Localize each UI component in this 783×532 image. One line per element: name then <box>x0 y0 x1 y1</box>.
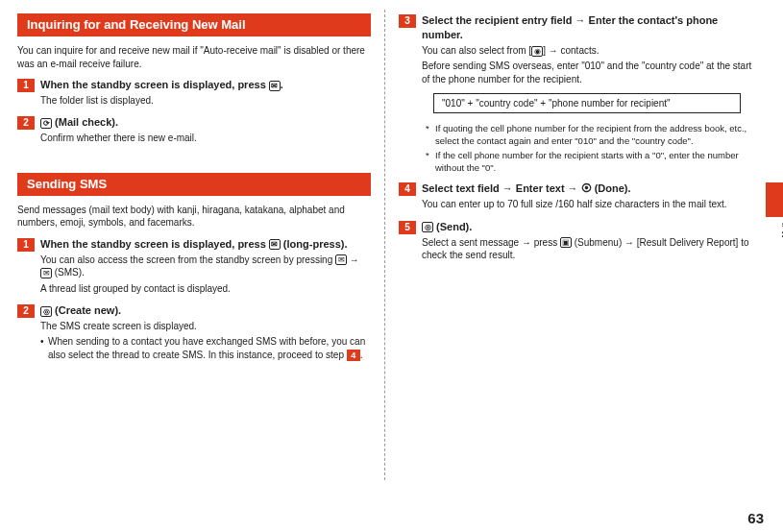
step-body: When the standby screen is displayed, pr… <box>40 78 371 109</box>
bullet-text-part: . <box>360 350 363 360</box>
note-2: * If the cell phone number for the recip… <box>426 150 752 175</box>
note-text: If the cell phone number for the recipie… <box>435 150 752 175</box>
page-content: Inquiring for and Receiving New Mail You… <box>0 0 783 532</box>
step-desc: The SMS create screen is displayed. <box>40 320 371 333</box>
step-title: ◎ (Create new). <box>40 303 371 318</box>
step-desc: Confirm whether there is new e-mail. <box>40 132 371 145</box>
mail-icon: ✉ <box>269 239 281 250</box>
bullet-dot: • <box>40 335 48 361</box>
section-intro: Send messages (mail text body) with kanj… <box>17 204 371 230</box>
step-title: Select the recipient entry field → Enter… <box>422 13 752 42</box>
step-body: ◎ (Create new). The SMS create screen is… <box>40 303 371 361</box>
step-ref-4: 4 <box>347 350 360 361</box>
step-desc: Before sending SMS overseas, enter "010"… <box>422 60 752 85</box>
step-title: Select text field → Enter text → ⦿ (Done… <box>422 181 752 196</box>
mail-icon: ✉ <box>40 268 52 278</box>
step-4-sms: 4 Select text field → Enter text → ⦿ (Do… <box>399 181 752 213</box>
formula-box: "010" + "country code" + "phone number f… <box>433 93 741 113</box>
arrow-text: → <box>347 254 359 265</box>
step-title-text: (Send). <box>433 221 472 232</box>
step-desc-text: You can also select from [ <box>422 45 531 56</box>
step-title-text: . <box>281 79 283 90</box>
bullet-text: When sending to a contact you have excha… <box>48 335 371 361</box>
step-number: 5 <box>399 221 416 234</box>
step-number: 2 <box>17 304 35 318</box>
step-title-text: (Mail check). <box>52 116 118 128</box>
step-desc-text: Select a sent message → press <box>422 237 560 248</box>
step-desc-text: You can also access the screen from the … <box>40 254 335 265</box>
step-5-sms: 5 ◎ (Send). Select a sent message → pres… <box>399 220 752 265</box>
step-desc: You can enter up to 70 full size /160 ha… <box>422 198 752 211</box>
mail-icon: ✉ <box>269 81 281 91</box>
step-3-sms: 3 Select the recipient entry field → Ent… <box>399 13 752 176</box>
step-desc: You can also select from [◉] → contacts. <box>422 44 752 58</box>
step-title: When the standby screen is displayed, pr… <box>40 78 371 92</box>
step-title-text: (long-press). <box>281 238 348 250</box>
step-title: When the standby screen is displayed, pr… <box>40 237 371 252</box>
section-header-inquiring: Inquiring for and Receiving New Mail <box>17 13 371 36</box>
step-title-text: (Create new). <box>52 304 121 316</box>
page-number: 63 <box>747 510 764 526</box>
step-body: ⟳ (Mail check). Confirm whether there is… <box>40 115 371 147</box>
step-title-text: When the standby screen is displayed, pr… <box>40 79 269 90</box>
send-icon: ◎ <box>422 222 433 232</box>
step-number: 4 <box>399 182 416 196</box>
step-bullet: • When sending to a contact you have exc… <box>40 335 371 361</box>
step-title: ⟳ (Mail check). <box>40 115 371 130</box>
submenu-icon: ▣ <box>560 237 572 248</box>
step-number: 2 <box>17 116 35 130</box>
step-title-text: When the standby screen is displayed, pr… <box>40 238 269 250</box>
step-title: ◎ (Send). <box>422 220 752 234</box>
step-number: 1 <box>17 238 35 252</box>
contacts-icon: ◉ <box>531 46 543 57</box>
camera-icon: ◎ <box>40 306 52 317</box>
section-intro: You can inquire for and receive new mail… <box>17 44 371 70</box>
step-2-inquiring: 2 ⟳ (Mail check). Confirm whether there … <box>17 115 371 147</box>
step-1-inquiring: 1 When the standby screen is displayed, … <box>17 78 371 109</box>
step-2-sms: 2 ◎ (Create new). The SMS create screen … <box>17 303 371 361</box>
step-body: Select the recipient entry field → Enter… <box>422 13 752 176</box>
step-number: 3 <box>399 14 416 28</box>
step-desc: The folder list is displayed. <box>40 94 371 108</box>
note-text: If quoting the cell phone number for the… <box>435 123 752 148</box>
refresh-icon: ⟳ <box>40 118 52 129</box>
step-desc-text: ] → contacts. <box>543 45 599 56</box>
step-desc-text: (SMS). <box>52 267 85 278</box>
step-desc: Select a sent message → press ▣ (Submenu… <box>422 236 752 262</box>
step-desc: You can also access the screen from the … <box>40 254 371 279</box>
right-column: 3 Select the recipient entry field → Ent… <box>385 8 766 503</box>
step-body: ◎ (Send). Select a sent message → press … <box>422 220 752 265</box>
left-column: Inquiring for and Receiving New Mail You… <box>4 8 384 503</box>
asterisk-mark: * <box>426 150 435 175</box>
mail-icon: ✉ <box>335 254 347 265</box>
side-tab <box>766 182 783 217</box>
bullet-text-part: When sending to a contact you have excha… <box>48 336 365 360</box>
asterisk-mark: * <box>426 123 435 148</box>
step-desc: A thread list grouped by contact is disp… <box>40 282 371 296</box>
step-number: 1 <box>17 79 35 92</box>
section-header-sending-sms: Sending SMS <box>17 173 371 196</box>
step-1-sms: 1 When the standby screen is displayed, … <box>17 237 371 298</box>
step-body: When the standby screen is displayed, pr… <box>40 237 371 298</box>
note-1: * If quoting the cell phone number for t… <box>426 123 752 148</box>
step-body: Select text field → Enter text → ⦿ (Done… <box>422 181 752 213</box>
